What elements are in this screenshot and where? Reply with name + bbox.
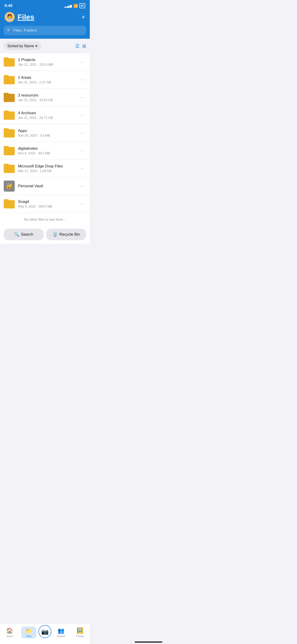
no-more-text: No other files to see here... (0, 213, 90, 226)
folder-icon (4, 127, 15, 138)
folder-icon (4, 56, 15, 68)
search-bar-icon: 🔍 (7, 28, 12, 33)
more-options-button[interactable]: ··· (79, 200, 86, 207)
file-details: 2 Areas Jan 21, 2021 · 2.27 GB (18, 75, 76, 84)
add-button[interactable]: + (82, 13, 85, 21)
sort-bar: Sorted by Name ▾ ☰ ⊞ (0, 39, 90, 53)
chevron-down-icon: ▾ (36, 44, 37, 48)
file-meta: Mar 17, 2023 · 1.29 GB (18, 169, 76, 173)
more-options-button[interactable]: ··· (79, 59, 86, 66)
file-meta: Nov 6, 2022 · 49.5 MB (18, 151, 76, 155)
sort-icons: ☰ ⊞ (75, 43, 86, 49)
status-bar: 6:46 👤 ▂▄▆ 📶 62 (0, 0, 90, 10)
more-options-button[interactable]: ··· (79, 130, 86, 136)
list-item[interactable]: 3 resources Jan 21, 2021 · 15.63 GB ··· (0, 89, 90, 106)
file-name: 4 Archives (18, 111, 76, 116)
header: 🧑‍💼 Files + (0, 10, 90, 26)
more-options-button[interactable]: ··· (79, 183, 86, 190)
folder-shape (4, 75, 15, 84)
folder-icon (4, 74, 15, 85)
search-button-label: Search (21, 232, 34, 237)
file-meta: May 9, 2022 · 369.5 MB (18, 204, 76, 208)
file-details: Snagit May 9, 2022 · 369.5 MB (18, 200, 76, 208)
file-details: 1 Projects Jan 21, 2021 · 315.8 MB (18, 58, 76, 66)
list-item[interactable]: 4 Archives Jan 21, 2021 · 24.71 GB ··· (0, 106, 90, 124)
sort-pill[interactable]: Sorted by Name ▾ (4, 42, 41, 50)
file-list: 1 Projects Jan 21, 2021 · 315.8 MB ··· 2… (0, 53, 90, 213)
file-name: 2 Areas (18, 75, 76, 80)
file-meta: Jan 21, 2021 · 315.8 MB (18, 63, 76, 66)
file-meta: Nov 26, 2023 · 3.5 MB (18, 134, 76, 137)
action-buttons: 🔍 Search 🗑️ Recycle Bin (0, 226, 90, 244)
battery-indicator: 62 (80, 3, 85, 8)
folder-icon (4, 198, 15, 209)
recycle-bin-button[interactable]: 🗑️ Recycle Bin (46, 229, 86, 240)
file-name: Personal Vault (18, 184, 76, 188)
grid-view-button[interactable]: ⊞ (82, 43, 86, 49)
file-details: Personal Vault (18, 184, 76, 188)
file-name: 1 Projects (18, 58, 76, 62)
more-options-button[interactable]: ··· (79, 94, 86, 101)
file-name: Snagit (18, 200, 76, 204)
folder-icon (4, 92, 15, 103)
file-name: digitalnotes (18, 146, 76, 151)
person-icon: 👤 (14, 4, 18, 8)
more-options-button[interactable]: ··· (79, 76, 86, 83)
more-options-button[interactable]: ··· (79, 148, 86, 154)
list-item[interactable]: digitalnotes Nov 6, 2022 · 49.5 MB ··· (0, 142, 90, 160)
file-name: 3 resources (18, 93, 76, 98)
list-item[interactable]: Apps Nov 26, 2023 · 3.5 MB ··· (0, 124, 90, 142)
folder-icon (4, 163, 15, 174)
sort-label: Sorted by Name (7, 44, 34, 48)
file-meta: Jan 21, 2021 · 24.71 GB (18, 116, 76, 120)
page-title: Files (18, 13, 34, 22)
more-options-button[interactable]: ··· (79, 165, 86, 172)
more-options-button[interactable]: ··· (79, 112, 86, 118)
folder-shape (4, 110, 15, 120)
list-item[interactable]: Microsoft Edge Drop Files Mar 17, 2023 ·… (0, 160, 90, 177)
list-item[interactable]: 1 Projects Jan 21, 2021 · 315.8 MB ··· (0, 53, 90, 71)
folder-shape (4, 93, 15, 102)
search-bar[interactable]: 🔍 Files, Folders (4, 26, 86, 35)
header-left: 🧑‍💼 Files (4, 12, 34, 22)
folder-icon (4, 110, 15, 121)
recycle-bin-icon: 🗑️ (52, 232, 58, 237)
list-item[interactable]: Snagit May 9, 2022 · 369.5 MB ··· (0, 195, 90, 213)
status-time: 6:46 👤 (4, 4, 18, 8)
list-item[interactable]: 2 Areas Jan 21, 2021 · 2.27 GB ··· (0, 71, 90, 89)
list-item[interactable]: 🔐 Personal Vault ··· (0, 177, 90, 195)
file-details: 4 Archives Jan 21, 2021 · 24.71 GB (18, 111, 76, 120)
file-name: Apps (18, 128, 76, 133)
file-details: Microsoft Edge Drop Files Mar 17, 2023 ·… (18, 164, 76, 173)
wifi-icon: 📶 (74, 4, 78, 8)
search-bar-placeholder: Files, Folders (13, 28, 37, 33)
file-meta: Jan 21, 2021 · 2.27 GB (18, 80, 76, 84)
signal-icon: ▂▄▆ (64, 4, 72, 8)
folder-icon (4, 145, 15, 156)
folder-shape (4, 57, 15, 66)
folder-shape (4, 128, 15, 138)
avatar[interactable]: 🧑‍💼 (4, 12, 15, 22)
search-action-icon: 🔍 (14, 232, 19, 237)
file-name: Microsoft Edge Drop Files (18, 164, 76, 168)
status-icons: ▂▄▆ 📶 62 (64, 3, 85, 8)
search-bar-container: 🔍 Files, Folders (0, 26, 90, 39)
file-meta: Jan 21, 2021 · 15.63 GB (18, 98, 76, 102)
file-details: digitalnotes Nov 6, 2022 · 49.5 MB (18, 146, 76, 155)
file-details: 3 resources Jan 21, 2021 · 15.63 GB (18, 93, 76, 102)
folder-shape (4, 199, 15, 208)
folder-shape (4, 146, 15, 155)
recycle-bin-label: Recycle Bin (60, 232, 80, 237)
list-view-button[interactable]: ☰ (75, 43, 80, 49)
folder-shape (4, 164, 15, 173)
vault-icon: 🔐 (4, 180, 15, 192)
search-button[interactable]: 🔍 Search (4, 229, 44, 240)
file-details: Apps Nov 26, 2023 · 3.5 MB (18, 128, 76, 137)
vault-icon-graphic: 🔐 (4, 180, 15, 192)
